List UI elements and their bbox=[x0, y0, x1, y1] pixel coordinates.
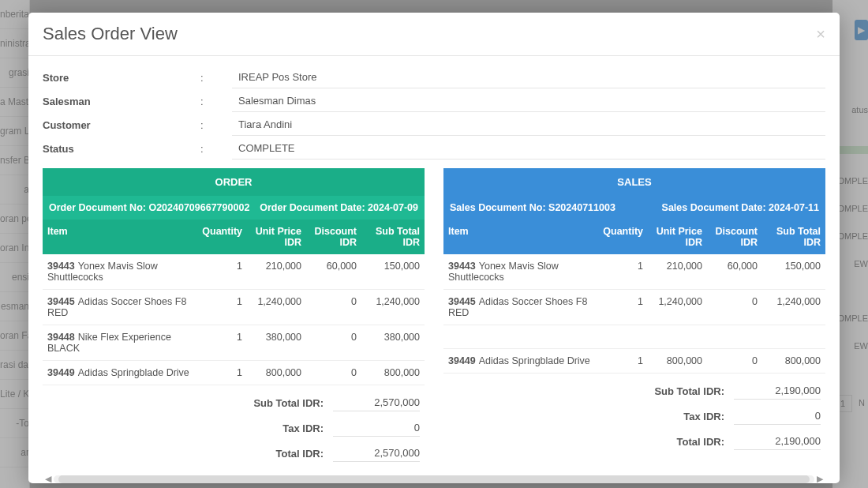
horizontal-scrollbar[interactable]: ◀ ▶ bbox=[43, 474, 825, 483]
cell-unit-price: 1,240,000 bbox=[247, 290, 306, 325]
cell-unit-price: 380,000 bbox=[247, 325, 306, 360]
sales-doc-no: Sales Document No: S20240711003 bbox=[450, 202, 615, 213]
sales-subtotal-value: 2,190,000 bbox=[734, 382, 821, 400]
col-unit-price: Unit PriceIDR bbox=[648, 220, 707, 254]
scroll-left-icon[interactable]: ◀ bbox=[43, 474, 54, 483]
order-info: Store : IREAP Pos Store Salesman : Sales… bbox=[43, 66, 825, 160]
table-row: 39448Nike Flex Experience BLACK1380,0000… bbox=[43, 325, 425, 361]
order-tax-value: 0 bbox=[333, 419, 420, 437]
order-total-value: 2,570,000 bbox=[333, 445, 420, 462]
sales-tax-value: 0 bbox=[734, 407, 821, 425]
cell-unit-price: 210,000 bbox=[247, 254, 306, 289]
salesman-label: Salesman bbox=[43, 96, 200, 107]
cell-item: 39445Adidas Soccer Shoes F8 RED bbox=[443, 290, 597, 325]
col-item: Item bbox=[443, 220, 597, 254]
sales-panel-title: SALES bbox=[443, 168, 825, 196]
col-discount: DiscountIDR bbox=[707, 220, 762, 254]
cell-subtotal: 150,000 bbox=[762, 254, 825, 289]
cell-discount: 0 bbox=[306, 290, 361, 325]
cell-discount: 60,000 bbox=[306, 254, 361, 289]
cell-subtotal: 1,240,000 bbox=[361, 290, 425, 325]
cell-discount: 0 bbox=[707, 349, 762, 373]
order-doc-no: Order Document No: O20240709667790002 bbox=[49, 202, 249, 213]
order-doc-date: Order Document Date: 2024-07-09 bbox=[260, 202, 418, 213]
cell-unit-price: 800,000 bbox=[648, 349, 707, 373]
sales-table-header: Item Quantity Unit PriceIDR DiscountIDR … bbox=[443, 220, 825, 254]
cell-item: 39449Adidas Springblade Drive bbox=[43, 361, 196, 385]
table-row: 39445Adidas Soccer Shoes F8 RED11,240,00… bbox=[443, 290, 825, 325]
cell-subtotal: 150,000 bbox=[361, 254, 425, 289]
table-row: 39443Yonex Mavis Slow Shuttlecocks1210,0… bbox=[443, 254, 825, 290]
sales-doc-date: Sales Document Date: 2024-07-11 bbox=[662, 202, 819, 213]
customer-value: Tiara Andini bbox=[232, 114, 825, 136]
col-quantity: Quantity bbox=[196, 220, 247, 254]
cell-item: 39448Nike Flex Experience BLACK bbox=[43, 325, 196, 360]
cell-unit-price: 800,000 bbox=[247, 361, 306, 385]
store-label: Store bbox=[43, 72, 200, 84]
cell-discount: 0 bbox=[707, 290, 762, 325]
sales-subtotal-label: Sub Total IDR: bbox=[654, 385, 724, 397]
sales-order-view-modal: Sales Order View × Store : IREAP Pos Sto… bbox=[28, 13, 840, 483]
order-subtotal-value: 2,570,000 bbox=[333, 394, 420, 411]
sales-tax-label: Tax IDR: bbox=[683, 411, 724, 422]
cell-qty: 1 bbox=[597, 290, 648, 325]
col-item: Item bbox=[43, 220, 196, 254]
cell-qty: 1 bbox=[597, 349, 648, 373]
cell-subtotal: 1,240,000 bbox=[762, 290, 825, 325]
scroll-track[interactable] bbox=[54, 475, 814, 483]
order-tax-label: Tax IDR: bbox=[282, 422, 324, 434]
status-value: COMPLETE bbox=[232, 137, 825, 160]
cell-qty: 1 bbox=[196, 325, 247, 360]
store-value: IREAP Pos Store bbox=[232, 66, 825, 88]
cell-unit-price: 210,000 bbox=[648, 254, 707, 289]
col-quantity: Quantity bbox=[597, 220, 648, 254]
close-icon: × bbox=[816, 25, 825, 43]
order-table-header: Item Quantity Unit PriceIDR DiscountIDR … bbox=[43, 220, 425, 254]
status-label: Status bbox=[43, 143, 200, 155]
cell-item: 39449Adidas Springblade Drive bbox=[443, 349, 597, 373]
col-unit-price: Unit PriceIDR bbox=[247, 220, 306, 254]
cell-item: 39443Yonex Mavis Slow Shuttlecocks bbox=[43, 254, 196, 289]
cell-qty: 1 bbox=[196, 290, 247, 325]
sales-totals: Sub Total IDR:2,190,000 Tax IDR:0 Total … bbox=[443, 378, 825, 454]
cell-discount: 0 bbox=[306, 325, 361, 360]
table-row: 39449Adidas Springblade Drive1800,000080… bbox=[43, 361, 425, 385]
col-subtotal: Sub TotalIDR bbox=[361, 220, 425, 254]
table-row: 39449Adidas Springblade Drive1800,000080… bbox=[443, 349, 825, 374]
cell-subtotal: 380,000 bbox=[361, 325, 425, 360]
customer-label: Customer bbox=[43, 119, 200, 131]
order-total-label: Total IDR: bbox=[276, 448, 324, 460]
cell-subtotal: 800,000 bbox=[762, 349, 825, 373]
cell-qty: 1 bbox=[597, 254, 648, 289]
cell-qty: 1 bbox=[196, 361, 247, 385]
sales-doc-row: Sales Document No: S20240711003 Sales Do… bbox=[443, 196, 825, 220]
col-subtotal: Sub TotalIDR bbox=[762, 220, 825, 254]
cell-discount: 60,000 bbox=[707, 254, 762, 289]
cell-item: 39443Yonex Mavis Slow Shuttlecocks bbox=[443, 254, 597, 289]
col-discount: DiscountIDR bbox=[306, 220, 361, 254]
scroll-thumb[interactable] bbox=[58, 475, 810, 483]
cell-subtotal: 800,000 bbox=[361, 361, 425, 385]
cell-discount: 0 bbox=[306, 361, 361, 385]
modal-header: Sales Order View × bbox=[28, 13, 840, 56]
cell-qty: 1 bbox=[196, 254, 247, 289]
order-doc-row: Order Document No: O20240709667790002 Or… bbox=[43, 196, 425, 220]
close-button[interactable]: × bbox=[816, 26, 825, 42]
sales-panel: SALES Sales Document No: S20240711003 Sa… bbox=[443, 168, 825, 466]
order-panel: ORDER Order Document No: O20240709667790… bbox=[43, 168, 425, 466]
modal-title: Sales Order View bbox=[43, 24, 178, 44]
cell-item: 39445Adidas Soccer Shoes F8 RED bbox=[43, 290, 196, 325]
order-panel-title: ORDER bbox=[43, 168, 425, 196]
cell-unit-price: 1,240,000 bbox=[648, 290, 707, 325]
table-row bbox=[443, 325, 825, 349]
modal-body: Store : IREAP Pos Store Salesman : Sales… bbox=[28, 56, 840, 483]
order-subtotal-label: Sub Total IDR: bbox=[253, 397, 324, 409]
scroll-right-icon[interactable]: ▶ bbox=[814, 474, 825, 483]
sales-total-label: Total IDR: bbox=[677, 436, 724, 448]
sales-total-value: 2,190,000 bbox=[734, 433, 821, 450]
order-totals: Sub Total IDR:2,570,000 Tax IDR:0 Total … bbox=[43, 390, 425, 466]
salesman-value: Salesman Dimas bbox=[232, 90, 825, 112]
table-row: 39445Adidas Soccer Shoes F8 RED11,240,00… bbox=[43, 290, 425, 325]
table-row: 39443Yonex Mavis Slow Shuttlecocks1210,0… bbox=[43, 254, 425, 290]
